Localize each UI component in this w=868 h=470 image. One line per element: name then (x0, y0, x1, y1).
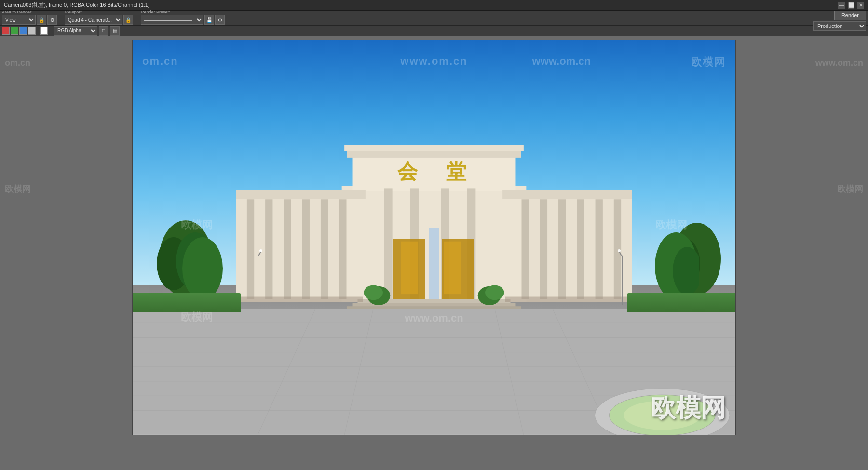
svg-rect-5 (344, 145, 524, 151)
svg-point-49 (182, 237, 223, 300)
icon-row: RGB Alpha RGB Alpha □ ▤ (0, 26, 868, 36)
render-canvas: 会 堂 (132, 40, 736, 435)
color-swatch-gray[interactable] (28, 27, 36, 35)
area-to-render-label: Area to Render: (2, 10, 57, 14)
svg-point-61 (618, 249, 621, 252)
viewport-section: Viewport: Quad 4 - Camera0... 🔒 (65, 10, 133, 25)
render-area: Render Production ActiveShade Iterative (813, 11, 866, 31)
toolbar-row1: Area to Render: View 🔒 ⚙ Viewport: Quad … (2, 12, 866, 23)
svg-text:会　堂: 会 堂 (397, 161, 471, 183)
plaza-svg (133, 309, 735, 435)
svg-rect-10 (284, 199, 291, 299)
svg-rect-13 (339, 199, 346, 299)
lamp-right (617, 247, 627, 305)
svg-rect-16 (558, 199, 566, 299)
lawn-left (133, 293, 241, 312)
title-bar: Camera003(礼堂), frame 0, RGBA Color 16 Bi… (0, 0, 868, 11)
area-to-render-cfg-btn[interactable]: ⚙ (47, 15, 57, 25)
render-button[interactable]: Render (834, 11, 866, 20)
area-to-render-section: Area to Render: View 🔒 ⚙ (2, 10, 57, 25)
outside-watermark-left-mid: 欧模网 (5, 183, 31, 195)
outside-watermark-right-top: www.om.cn (815, 58, 863, 68)
viewport-lock-btn[interactable]: 🔒 (123, 15, 133, 25)
building-svg: 会 堂 (236, 102, 632, 328)
svg-point-38 (485, 285, 504, 300)
svg-rect-9 (265, 199, 272, 299)
channel-section: RGB Alpha RGB Alpha □ ▤ (54, 26, 120, 36)
lamp-left (253, 247, 263, 305)
maximize-button[interactable]: ⬜ (848, 2, 854, 9)
svg-rect-26 (429, 228, 439, 299)
svg-rect-14 (521, 199, 529, 299)
render-preset-cfg-btn[interactable]: ⚙ (215, 15, 225, 25)
close-button[interactable]: ✕ (857, 2, 864, 9)
lawn-right (627, 293, 735, 312)
svg-rect-20 (384, 188, 392, 299)
svg-rect-6 (236, 190, 366, 199)
svg-rect-40 (505, 297, 632, 302)
viewport-control: Quad 4 - Camera0... 🔒 (65, 15, 133, 25)
viewport-select[interactable]: Quad 4 - Camera0... (65, 15, 122, 25)
svg-rect-7 (502, 190, 632, 199)
render-preset-control: —————————— 💾 ⚙ (141, 15, 225, 25)
svg-rect-15 (540, 199, 547, 299)
render-preset-save-btn[interactable]: 💾 (204, 15, 214, 25)
outside-watermark-right-mid: 欧模网 (837, 183, 863, 195)
viewport-label: Viewport: (65, 10, 133, 14)
separator-1 (38, 27, 38, 35)
svg-rect-28 (444, 242, 461, 294)
render-preset-select[interactable]: —————————— (141, 15, 203, 25)
window-controls: — ⬜ ✕ (838, 2, 864, 9)
svg-point-36 (364, 285, 383, 300)
outside-watermark-left-top: om.cn (5, 58, 30, 68)
channel-alt-btn[interactable]: ▤ (110, 26, 120, 36)
svg-rect-59 (622, 256, 623, 305)
window-title: Camera003(礼堂), frame 0, RGBA Color 16 Bi… (4, 1, 150, 9)
channel-select[interactable]: RGB Alpha RGB Alpha (54, 26, 97, 36)
svg-rect-17 (577, 199, 584, 299)
color-swatch-green[interactable] (11, 27, 18, 35)
color-swatch-blue[interactable] (19, 27, 27, 35)
area-to-render-select[interactable]: View (2, 15, 36, 25)
svg-rect-25 (401, 242, 418, 294)
svg-rect-18 (596, 199, 603, 299)
render-preset-label: Render Preset: (141, 10, 225, 14)
svg-point-77 (624, 401, 701, 430)
color-swatch-white[interactable] (40, 27, 48, 35)
svg-line-57 (258, 252, 261, 256)
separator-2 (50, 27, 50, 35)
color-swatch-red[interactable] (2, 27, 10, 35)
minimize-button[interactable]: — (838, 2, 845, 9)
svg-line-60 (619, 252, 622, 256)
channel-cfg-btn[interactable]: □ (99, 26, 108, 36)
svg-rect-56 (258, 256, 258, 305)
toolbar-area: Area to Render: View 🔒 ⚙ Viewport: Quad … (0, 11, 868, 26)
svg-point-58 (259, 249, 262, 252)
render-preset-section: Render Preset: —————————— 💾 ⚙ (141, 10, 225, 25)
area-to-render-control: View 🔒 ⚙ (2, 15, 57, 25)
production-select[interactable]: Production ActiveShade Iterative (813, 21, 866, 31)
svg-rect-11 (302, 199, 310, 299)
svg-rect-12 (321, 199, 328, 299)
main-area: om.cn 欧模网 www.om.cn 欧模网 (0, 36, 868, 469)
area-to-render-lock-btn[interactable]: 🔒 (37, 15, 46, 25)
